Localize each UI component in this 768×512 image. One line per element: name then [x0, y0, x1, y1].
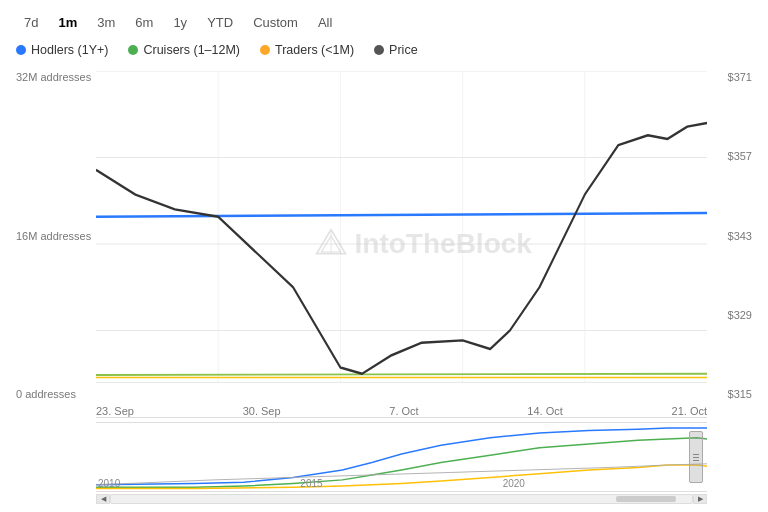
cruisers-label: Cruisers (1–12M) [143, 43, 240, 57]
y-label-0: 0 addresses [16, 388, 96, 400]
mini-right-spacer [707, 422, 752, 492]
y-axis-left: 32M addresses 16M addresses 0 addresses [16, 71, 96, 418]
x-axis: 23. Sep 30. Sep 7. Oct 14. Oct 21. Oct [96, 399, 707, 417]
scrollbar-track[interactable] [110, 494, 693, 504]
btn-ytd[interactable]: YTD [199, 12, 241, 33]
legend-hodlers: Hodlers (1Y+) [16, 43, 108, 57]
btn-3m[interactable]: 3m [89, 12, 123, 33]
y-label-32m: 32M addresses [16, 71, 96, 83]
y-right-329: $329 [707, 309, 752, 321]
main-container: 7d 1m 3m 6m 1y YTD Custom All Hodlers (1… [0, 0, 768, 512]
traders-dot [260, 45, 270, 55]
svg-line-13 [96, 374, 707, 375]
handle-line-1 [693, 454, 699, 455]
mini-chart[interactable]: 2010 2015 2020 [96, 422, 707, 492]
handle-lines [693, 454, 699, 461]
mini-chart-wrapper: 2010 2015 2020 [16, 422, 752, 492]
btn-7d[interactable]: 7d [16, 12, 46, 33]
legend-traders: Traders (<1M) [260, 43, 354, 57]
y-axis-right: $371 $357 $343 $329 $315 [707, 71, 752, 418]
y-label-16m: 16M addresses [16, 230, 96, 242]
price-dot [374, 45, 384, 55]
time-range-selector: 7d 1m 3m 6m 1y YTD Custom All [16, 12, 752, 33]
legend-price: Price [374, 43, 417, 57]
handle-line-3 [693, 460, 699, 461]
traders-label: Traders (<1M) [275, 43, 354, 57]
hodlers-label: Hodlers (1Y+) [31, 43, 108, 57]
y-right-315: $315 [707, 388, 752, 400]
handle-line-2 [693, 457, 699, 458]
x-label-21oct: 21. Oct [672, 405, 707, 417]
btn-custom[interactable]: Custom [245, 12, 306, 33]
legend-cruisers: Cruisers (1–12M) [128, 43, 240, 57]
btn-1y[interactable]: 1y [165, 12, 195, 33]
price-label: Price [389, 43, 417, 57]
mini-x-2010: 2010 [98, 478, 120, 489]
scrollbar-row: ◀ ▶ [16, 494, 752, 504]
x-label-23sep: 23. Sep [96, 405, 134, 417]
scroll-left-arrow[interactable]: ◀ [96, 494, 110, 504]
hodlers-dot [16, 45, 26, 55]
btn-6m[interactable]: 6m [127, 12, 161, 33]
mini-x-labels: 2010 2015 2020 [96, 478, 707, 489]
x-label-14oct: 14. Oct [527, 405, 562, 417]
chart-legend: Hodlers (1Y+) Cruisers (1–12M) Traders (… [16, 43, 752, 57]
cruisers-dot [128, 45, 138, 55]
mini-x-2015: 2015 [300, 478, 322, 489]
btn-all[interactable]: All [310, 12, 340, 33]
x-label-7oct: 7. Oct [389, 405, 418, 417]
x-label-30sep: 30. Sep [243, 405, 281, 417]
scroll-right-arrow[interactable]: ▶ [693, 494, 707, 504]
mini-y-spacer [16, 422, 96, 492]
scrollbar-thumb[interactable] [616, 496, 676, 502]
main-chart-wrapper: 32M addresses 16M addresses 0 addresses … [16, 71, 752, 418]
y-right-343: $343 [707, 230, 752, 242]
chart-area[interactable]: IntoTheBlock [96, 71, 707, 418]
mini-scroll-handle[interactable] [689, 431, 703, 483]
y-right-371: $371 [707, 71, 752, 83]
mini-x-2020: 2020 [503, 478, 525, 489]
y-right-357: $357 [707, 150, 752, 162]
btn-1m[interactable]: 1m [50, 12, 85, 33]
svg-line-12 [96, 213, 707, 217]
main-svg [96, 71, 707, 417]
